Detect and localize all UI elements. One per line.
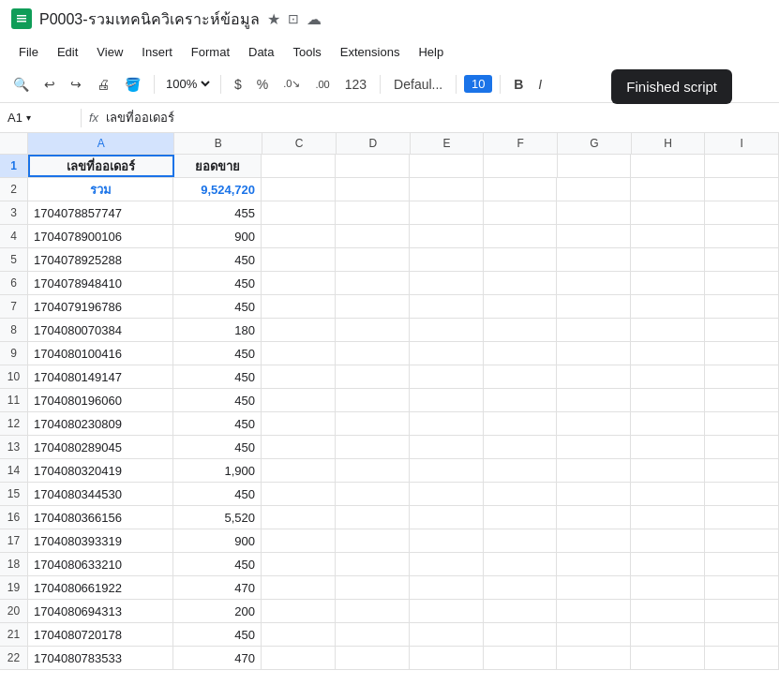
cell-i-5[interactable] — [705, 248, 779, 271]
cell-f-20[interactable] — [484, 600, 558, 622]
cell-g-3[interactable] — [557, 201, 631, 224]
cell-g-13[interactable] — [557, 436, 631, 458]
cell-f-1[interactable] — [484, 155, 558, 177]
cell-f-8[interactable] — [484, 319, 558, 341]
cell-g-16[interactable] — [557, 506, 631, 529]
cell-f-3[interactable] — [484, 201, 558, 224]
col-header-g[interactable]: G — [558, 133, 632, 154]
cell-i-21[interactable] — [705, 623, 779, 646]
cell-a-8[interactable]: 1704080070384 — [28, 319, 173, 341]
cell-g-11[interactable] — [557, 389, 631, 411]
cell-a-19[interactable]: 1704080661922 — [28, 576, 173, 599]
cell-f-11[interactable] — [484, 389, 558, 411]
cell-g-17[interactable] — [557, 529, 631, 552]
cell-g-21[interactable] — [557, 623, 631, 646]
cell-f-18[interactable] — [484, 553, 558, 575]
cell-f-2[interactable] — [484, 178, 558, 201]
cell-c-16[interactable] — [262, 506, 336, 529]
cell-e-2[interactable] — [410, 178, 484, 201]
cell-i-9[interactable] — [705, 342, 779, 365]
cell-e-9[interactable] — [410, 342, 484, 365]
cell-f-17[interactable] — [484, 529, 558, 552]
cell-e-22[interactable] — [410, 647, 484, 669]
cell-h-7[interactable] — [631, 295, 705, 318]
col-header-f[interactable]: F — [484, 133, 558, 154]
cell-b-5[interactable]: 450 — [173, 248, 262, 271]
cell-d-7[interactable] — [336, 295, 410, 318]
cell-e-16[interactable] — [410, 506, 484, 529]
cell-a-3[interactable]: 1704078857747 — [28, 201, 173, 224]
cell-g-10[interactable] — [557, 365, 631, 388]
cell-g-2[interactable] — [557, 178, 631, 201]
cell-e-12[interactable] — [410, 412, 484, 435]
cell-d-4[interactable] — [336, 225, 410, 247]
cell-a-9[interactable]: 1704080100416 — [28, 342, 173, 365]
cell-e-20[interactable] — [410, 600, 484, 622]
menu-item-data[interactable]: Data — [241, 41, 281, 63]
cell-c-20[interactable] — [262, 600, 336, 622]
cell-h-5[interactable] — [631, 248, 705, 271]
cell-b-18[interactable]: 450 — [173, 553, 262, 575]
cell-h-16[interactable] — [631, 506, 705, 529]
col-header-h[interactable]: H — [632, 133, 706, 154]
cell-e-8[interactable] — [410, 319, 484, 341]
cell-f-19[interactable] — [484, 576, 558, 599]
cell-e-18[interactable] — [410, 553, 484, 575]
menu-item-file[interactable]: File — [11, 41, 46, 63]
cell-b-17[interactable]: 900 — [173, 529, 262, 552]
cell-d-15[interactable] — [336, 483, 410, 505]
cell-g-8[interactable] — [557, 319, 631, 341]
cell-c-19[interactable] — [262, 576, 336, 599]
cell-d-11[interactable] — [336, 389, 410, 411]
cell-f-13[interactable] — [484, 436, 558, 458]
cell-h-15[interactable] — [631, 483, 705, 505]
cell-g-6[interactable] — [557, 272, 631, 294]
cell-b-6[interactable]: 450 — [173, 272, 262, 294]
cell-h-4[interactable] — [631, 225, 705, 247]
cell-b-2[interactable]: 9,524,720 — [173, 178, 262, 201]
cell-a-1[interactable]: เลขที่ออเดอร์ — [28, 155, 174, 177]
star-icon[interactable]: ★ — [267, 10, 280, 28]
cell-b-13[interactable]: 450 — [173, 436, 262, 458]
cell-e-4[interactable] — [410, 225, 484, 247]
cell-d-17[interactable] — [336, 529, 410, 552]
cell-h-10[interactable] — [631, 365, 705, 388]
currency-button[interactable]: $ — [229, 73, 247, 96]
cell-b-3[interactable]: 455 — [173, 201, 262, 224]
cell-h-9[interactable] — [631, 342, 705, 365]
cell-g-1[interactable] — [558, 155, 632, 177]
cell-i-18[interactable] — [705, 553, 779, 575]
cell-c-4[interactable] — [262, 225, 336, 247]
cell-c-17[interactable] — [262, 529, 336, 552]
cell-a-17[interactable]: 1704080393319 — [28, 529, 173, 552]
cell-g-15[interactable] — [557, 483, 631, 505]
cell-a-11[interactable]: 1704080196060 — [28, 389, 173, 411]
cell-i-22[interactable] — [705, 647, 779, 669]
cell-e-1[interactable] — [410, 155, 484, 177]
col-header-d[interactable]: D — [337, 133, 411, 154]
cell-d-14[interactable] — [336, 459, 410, 482]
cell-f-5[interactable] — [484, 248, 558, 271]
cell-a-12[interactable]: 1704080230809 — [28, 412, 173, 435]
cell-c-11[interactable] — [262, 389, 336, 411]
cell-e-6[interactable] — [410, 272, 484, 294]
cell-a-14[interactable]: 1704080320419 — [28, 459, 173, 482]
cell-g-4[interactable] — [557, 225, 631, 247]
cell-d-1[interactable] — [336, 155, 410, 177]
cell-d-18[interactable] — [336, 553, 410, 575]
cell-c-18[interactable] — [262, 553, 336, 575]
cell-c-9[interactable] — [262, 342, 336, 365]
cell-i-4[interactable] — [705, 225, 779, 247]
italic-button[interactable]: I — [532, 73, 547, 96]
cell-c-7[interactable] — [262, 295, 336, 318]
cell-b-22[interactable]: 470 — [173, 647, 262, 669]
cell-f-15[interactable] — [484, 483, 558, 505]
cell-e-14[interactable] — [410, 459, 484, 482]
cell-b-21[interactable]: 450 — [173, 623, 262, 646]
cell-a-20[interactable]: 1704080694313 — [28, 600, 173, 622]
cell-g-9[interactable] — [557, 342, 631, 365]
cell-h-18[interactable] — [631, 553, 705, 575]
cell-f-9[interactable] — [484, 342, 558, 365]
cell-d-16[interactable] — [336, 506, 410, 529]
cell-f-14[interactable] — [484, 459, 558, 482]
